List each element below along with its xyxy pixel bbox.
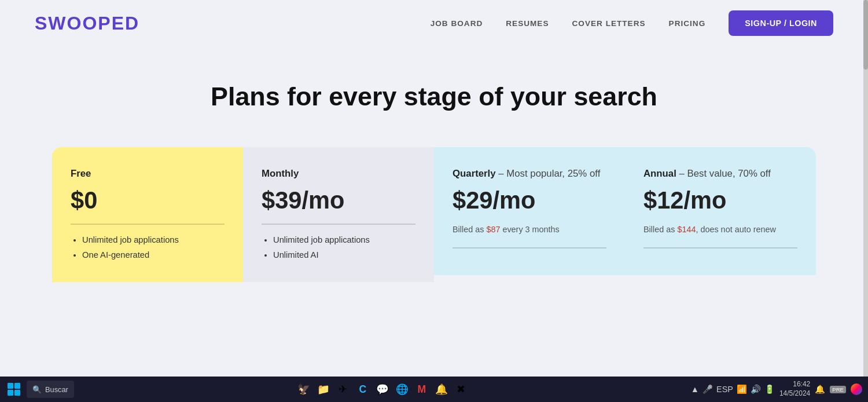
taskbar-app-chrome[interactable]: 🌐 [394, 381, 410, 397]
taskbar-time-text: 16:42 [779, 380, 810, 389]
nav-resumes[interactable]: RESUMES [506, 19, 549, 28]
taskbar-center-icons: 🦅 📁 ✈ C 💬 🌐 M 🔔 ✖ [296, 381, 469, 397]
pricing-card-annual: Annual – Best value, 70% off $12/mo Bill… [625, 147, 816, 276]
taskbar-date-text: 14/5/2024 [779, 389, 810, 399]
tray-lang: ESP [716, 385, 733, 394]
navbar: SWOOPED JOB BOARD RESUMES COVER LETTERS … [0, 0, 868, 46]
card-divider-free [71, 224, 225, 225]
plan-price-annual: $12/mo [643, 187, 797, 214]
windows-icon-q1 [8, 383, 13, 389]
feature-item: One AI-generated [82, 249, 225, 261]
hero-section: Plans for every stage of your search [0, 46, 868, 136]
pre-badge: PRE [830, 386, 846, 393]
taskbar-right: ▲ 🎤 ESP 📶 🔊 🔋 16:42 14/5/2024 🔔 PRE [691, 380, 862, 398]
taskbar: 🔍 Buscar 🦅 📁 ✈ C 💬 🌐 M 🔔 ✖ ▲ 🎤 ESP 📶 🔊 🔋… [0, 377, 868, 402]
plan-name-text: Annual [643, 168, 676, 179]
signup-button[interactable]: SIGN-UP / LOGIN [729, 10, 833, 36]
taskbar-app-x[interactable]: ✖ [453, 381, 469, 397]
plan-features-monthly: Unlimited job applications Unlimited AI [262, 234, 415, 261]
plan-features-free: Unlimited job applications One AI-genera… [71, 234, 225, 261]
plan-subtitle-quarterly: – Most popular, 25% off [498, 168, 600, 179]
taskbar-app-eagle[interactable]: 🦅 [296, 381, 312, 397]
tray-volume[interactable]: 🔊 [751, 385, 761, 394]
tray-battery[interactable]: 🔋 [764, 385, 775, 394]
plan-name-free: Free [71, 168, 225, 180]
scrollbar-thumb[interactable] [863, 0, 868, 70]
windows-icon-q2 [14, 383, 20, 389]
search-icon: 🔍 [32, 385, 42, 394]
plan-price-quarterly: $29/mo [453, 187, 606, 214]
brand-logo[interactable]: SWOOPED [35, 13, 139, 34]
plan-price-free: $0 [71, 187, 225, 214]
taskbar-clock: 16:42 14/5/2024 [779, 380, 810, 398]
plan-name-text: Quarterly [453, 168, 496, 179]
taskbar-app-notification[interactable]: 🔔 [433, 381, 450, 397]
tray-up-arrow[interactable]: ▲ [691, 385, 699, 394]
scrollbar-track[interactable] [863, 0, 868, 402]
tray-wifi[interactable]: 📶 [737, 385, 747, 394]
card-divider-quarterly [453, 247, 606, 248]
pricing-row: Free $0 Unlimited job applications One A… [0, 147, 868, 282]
taskbar-search-label: Buscar [45, 385, 68, 394]
card-divider-annual [643, 247, 797, 248]
plan-billing-annual: Billed as $144, does not auto renew [643, 224, 797, 236]
pricing-card-monthly: Monthly $39/mo Unlimited job application… [243, 147, 434, 282]
plan-name-monthly: Monthly [262, 168, 415, 180]
windows-start-button[interactable] [6, 381, 22, 397]
pricing-card-quarterly: Quarterly – Most popular, 25% off $29/mo… [434, 147, 625, 276]
hero-title: Plans for every stage of your search [23, 81, 845, 112]
taskbar-app-telegram[interactable]: ✈ [335, 381, 351, 397]
pricing-card-free: Free $0 Unlimited job applications One A… [52, 147, 243, 282]
tray-pre-area: PRE [830, 386, 846, 393]
plan-name-quarterly: Quarterly – Most popular, 25% off [453, 168, 606, 180]
card-divider-monthly [262, 224, 415, 225]
taskbar-search-box[interactable]: 🔍 Buscar [27, 381, 74, 398]
feature-item: Unlimited job applications [82, 234, 225, 246]
windows-icon-q4 [14, 390, 20, 396]
tray-mic[interactable]: 🎤 [703, 385, 713, 394]
taskbar-left: 🔍 Buscar [6, 381, 74, 398]
nav-links: JOB BOARD RESUMES COVER LETTERS PRICING … [431, 10, 833, 36]
plan-price-monthly: $39/mo [262, 187, 415, 214]
nav-pricing[interactable]: PRICING [669, 19, 706, 28]
taskbar-app-folder[interactable]: 📁 [315, 381, 332, 397]
feature-item: Unlimited AI [273, 249, 415, 261]
windows-icon-q3 [8, 390, 13, 396]
nav-job-board[interactable]: JOB BOARD [431, 19, 483, 28]
feature-item: Unlimited job applications [273, 234, 415, 246]
taskbar-app-whatsapp[interactable]: 💬 [374, 381, 391, 397]
tray-icons: ▲ 🎤 ESP 📶 🔊 🔋 [691, 385, 775, 394]
tray-bell[interactable]: 🔔 [815, 385, 825, 394]
plan-billing-quarterly: Billed as $87 every 3 months [453, 224, 606, 236]
nav-cover-letters[interactable]: COVER LETTERS [572, 19, 646, 28]
tray-avatar-icon[interactable] [851, 383, 862, 395]
billing-highlight: $144 [677, 225, 696, 234]
billing-highlight: $87 [486, 225, 500, 234]
plan-subtitle-annual: – Best value, 70% off [679, 168, 771, 179]
taskbar-app-m[interactable]: M [414, 381, 430, 397]
taskbar-app-c[interactable]: C [355, 381, 371, 397]
plan-name-annual: Annual – Best value, 70% off [643, 168, 797, 180]
